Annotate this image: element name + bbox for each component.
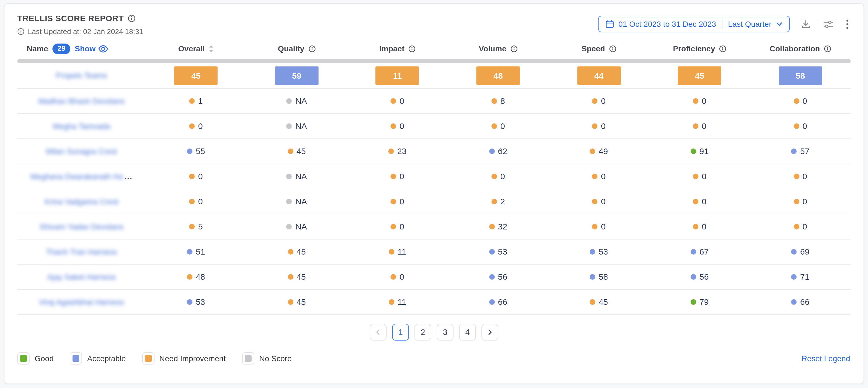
score-value: 0 xyxy=(400,121,404,131)
info-icon[interactable] xyxy=(824,45,831,53)
legend-item-no_score[interactable]: No Score xyxy=(242,352,292,364)
show-names-toggle[interactable]: Show xyxy=(75,44,108,53)
table-row: Milan Sonagra Crest55452362499157 xyxy=(17,139,851,164)
chevron-left-icon[interactable] xyxy=(375,329,381,335)
score-dot xyxy=(388,148,394,154)
previous-page-button[interactable] xyxy=(370,324,386,340)
eye-icon xyxy=(98,44,108,53)
download-button[interactable] xyxy=(799,18,812,30)
redacted-name-text: Viraj Agashbhai Harness xyxy=(39,297,124,306)
score-badge: 45 xyxy=(174,66,218,85)
score-value: 0 xyxy=(198,121,203,131)
redacted-name-text: Madhav Bhash Devslans xyxy=(38,96,125,105)
title-info-icon[interactable] xyxy=(127,14,135,22)
info-icon[interactable] xyxy=(510,45,518,53)
member-name-link[interactable]: Thanh Tran Harness xyxy=(17,247,146,256)
reset-legend-link[interactable]: Reset Legend xyxy=(802,354,850,363)
score-value: 0 xyxy=(198,197,203,206)
score-dot xyxy=(592,98,598,103)
score-dot xyxy=(389,249,394,254)
score-dot xyxy=(693,173,699,179)
chevron-down-icon xyxy=(776,21,783,27)
legend-swatch-box xyxy=(242,352,254,364)
score-dot xyxy=(590,299,595,304)
member-name-link[interactable]: Meghana Dwarakanath Ho... xyxy=(17,172,146,181)
page-button-2[interactable]: 2 xyxy=(414,324,431,340)
score-value: 0 xyxy=(400,96,404,106)
horizontal-scrollbar[interactable] xyxy=(17,59,851,63)
info-icon[interactable] xyxy=(609,45,616,53)
chevron-right-icon[interactable] xyxy=(487,329,493,335)
column-label: Speed xyxy=(582,44,605,53)
legend-item-acceptable[interactable]: Acceptable xyxy=(70,352,126,364)
table-row: Megha Tamvada0NA00000 xyxy=(17,114,851,139)
score-dot xyxy=(794,199,799,204)
info-icon[interactable] xyxy=(308,45,315,53)
table-row: Madhav Bhash Devslans1NA08000 xyxy=(17,88,851,114)
score-cell: 0 xyxy=(649,171,750,181)
filter-sliders-icon xyxy=(823,19,834,29)
member-name-link[interactable]: Madhav Bhash Devslans xyxy=(17,96,146,105)
info-icon[interactable] xyxy=(408,45,415,53)
filter-button[interactable] xyxy=(822,18,835,30)
page-title: TRELLIS SCORE REPORT xyxy=(17,13,124,23)
page-button-1[interactable]: 1 xyxy=(392,324,409,340)
member-name-link[interactable]: Shivam Yadav Devslans xyxy=(17,222,146,231)
score-cell: 1 xyxy=(146,96,246,106)
legend-swatch-box xyxy=(142,352,154,364)
score-dot xyxy=(187,148,192,154)
score-cell: 66 xyxy=(448,297,548,306)
score-cell: 0 xyxy=(347,121,448,131)
score-cell: 23 xyxy=(347,146,448,156)
score-cell: 45 xyxy=(549,297,649,306)
legend-item-need_improvement[interactable]: Need Improvement xyxy=(142,352,226,364)
next-page-button[interactable] xyxy=(482,324,498,340)
calendar-icon xyxy=(605,20,614,28)
score-dot xyxy=(187,249,192,254)
score-value: 5 xyxy=(198,221,203,231)
info-icon[interactable] xyxy=(719,45,726,53)
score-value: 45 xyxy=(297,146,306,156)
score-value: 0 xyxy=(802,221,807,231)
score-dot xyxy=(492,98,497,103)
date-range-button[interactable]: 01 Oct 2023 to 31 Dec 2023 Last Quarter xyxy=(598,16,790,32)
score-cell: 0 xyxy=(549,96,649,106)
score-dot xyxy=(492,173,497,179)
member-name-link[interactable]: Milan Sonagra Crest xyxy=(17,147,146,155)
member-name-link[interactable]: Krina Vadgama Crest xyxy=(17,197,146,206)
page-button-3[interactable]: 3 xyxy=(437,324,454,340)
score-value: 0 xyxy=(601,121,606,131)
legend-item-good[interactable]: Good xyxy=(17,352,54,364)
score-dot xyxy=(286,223,292,229)
member-name-link[interactable]: Megha Tamvada xyxy=(17,121,146,130)
score-value: 0 xyxy=(500,171,505,181)
column-label: Proficiency xyxy=(673,44,715,53)
more-options-button[interactable] xyxy=(844,18,850,30)
score-cell: 0 xyxy=(549,221,649,231)
score-dot xyxy=(489,299,495,304)
score-dot xyxy=(794,173,799,179)
score-cell: 57 xyxy=(750,146,851,156)
member-name-link[interactable]: Ajay Saket Harness xyxy=(17,272,146,281)
column-label: Volume xyxy=(478,44,506,53)
score-value: 69 xyxy=(800,247,809,256)
score-value: 45 xyxy=(598,297,608,306)
page-button-4[interactable]: 4 xyxy=(459,324,476,340)
score-value: 66 xyxy=(498,297,507,306)
table-row: Krina Vadgama Crest0NA02000 xyxy=(17,189,851,214)
score-dot xyxy=(189,98,195,103)
score-badge: 59 xyxy=(275,66,318,85)
column-header-volume: Volume xyxy=(448,44,548,53)
score-cell: 0 xyxy=(146,197,246,206)
score-cell: 0 xyxy=(549,171,649,181)
score-value: 53 xyxy=(196,297,205,306)
legend-swatch-box xyxy=(70,352,82,364)
sort-icon[interactable] xyxy=(209,44,214,53)
member-name-link[interactable]: Viraj Agashbhai Harness xyxy=(17,297,146,306)
score-cell: 0 xyxy=(750,197,851,206)
score-cell: 0 xyxy=(750,96,851,106)
score-dot xyxy=(791,274,797,279)
team-name-link[interactable]: Propels Teams xyxy=(17,71,146,80)
score-value: 91 xyxy=(700,146,709,156)
score-dot xyxy=(391,223,396,229)
